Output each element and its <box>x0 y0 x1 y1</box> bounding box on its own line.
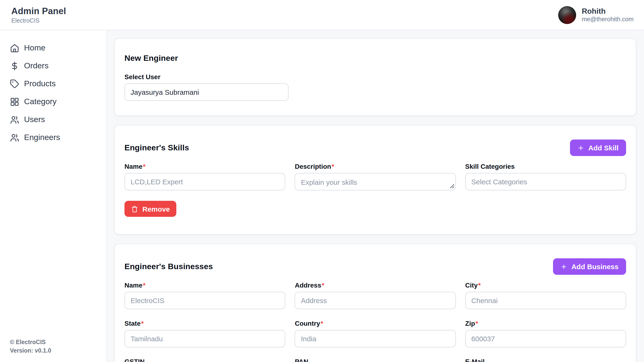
businesses-card: Engineer's Businesses Add Business Name* <box>114 244 636 362</box>
avatar[interactable] <box>558 6 576 24</box>
required-mark: * <box>478 282 481 289</box>
remove-skill-label: Remove <box>142 205 170 213</box>
home-icon <box>10 43 19 53</box>
users-icon <box>10 115 19 124</box>
business-name-field: Name* <box>124 282 286 309</box>
required-mark: * <box>143 162 146 170</box>
user-meta: Rohith me@therohith.com <box>582 6 634 23</box>
app-shell: Home Orders Products <box>0 30 644 362</box>
app-header: Admin Panel ElectroCIS Rohith me@therohi… <box>0 0 644 30</box>
business-gstin-field: GSTIN <box>124 358 286 362</box>
required-mark: * <box>322 282 324 289</box>
business-state-field: State* <box>124 320 286 348</box>
dollar-icon <box>10 61 19 71</box>
skills-card: Engineer's Skills Add Skill Name* <box>114 125 636 235</box>
plus-icon <box>560 263 567 270</box>
card-title-new-engineer: New Engineer <box>124 54 626 63</box>
required-mark: * <box>332 162 334 170</box>
businesses-card-header: Engineer's Businesses Add Business <box>124 258 626 275</box>
sidebar-item-home[interactable]: Home <box>0 39 106 57</box>
user-email: me@therohith.com <box>582 16 634 23</box>
business-country-field: Country* <box>295 320 456 348</box>
sidebar-item-products[interactable]: Products <box>0 75 106 93</box>
plus-icon <box>578 144 584 151</box>
field-label: Address* <box>295 282 456 289</box>
select-user-field: Select User <box>124 73 626 101</box>
business-zip-input[interactable] <box>465 330 626 348</box>
copyright-text: © ElectroCIS <box>10 338 106 347</box>
field-label: Description* <box>295 162 456 170</box>
required-mark: * <box>143 282 146 289</box>
business-country-input[interactable] <box>295 330 456 348</box>
sidebar-item-users[interactable]: Users <box>0 111 106 129</box>
business-pan-field: PAN <box>295 358 456 362</box>
business-zip-field: Zip* <box>465 320 626 348</box>
sidebar-item-category[interactable]: Category <box>0 93 106 111</box>
sidebar-item-label: Orders <box>24 61 48 71</box>
business-address-field: Address* <box>295 282 456 309</box>
card-title-skills: Engineer's Skills <box>124 143 189 152</box>
field-label: Name* <box>124 282 286 289</box>
required-mark: * <box>320 320 323 327</box>
add-business-label: Add Business <box>572 262 618 270</box>
required-mark: * <box>476 320 478 327</box>
sidebar-item-engineers[interactable]: Engineers <box>0 129 106 146</box>
field-label: PAN <box>295 358 456 362</box>
skill-name-field: Name* <box>124 162 286 190</box>
skill-categories-field: Skill Categories <box>465 162 626 190</box>
new-engineer-card: New Engineer Select User <box>114 38 636 116</box>
field-label: State* <box>124 320 286 327</box>
user-menu[interactable]: Rohith me@therohith.com <box>558 6 634 24</box>
sidebar-item-label: Engineers <box>24 133 60 142</box>
field-label: Name* <box>124 162 286 170</box>
business-fields-grid: Name* Address* City* State* <box>124 282 626 362</box>
users-icon <box>10 133 19 142</box>
sidebar-item-label: Home <box>24 43 46 53</box>
app-root: Admin Panel ElectroCIS Rohith me@therohi… <box>0 0 644 362</box>
remove-skill-button[interactable]: Remove <box>124 201 176 217</box>
sidebar-item-label: Products <box>24 79 56 88</box>
version-text: Version: v0.1.0 <box>10 347 106 356</box>
select-user-input[interactable] <box>124 84 288 101</box>
skill-description-field: Description* <box>295 162 456 190</box>
trash-icon <box>131 205 138 212</box>
sidebar-item-label: Users <box>24 115 45 124</box>
field-label: E-Mail <box>465 358 626 362</box>
business-email-field: E-Mail <box>465 358 626 362</box>
business-address-input[interactable] <box>295 292 456 309</box>
select-user-label: Select User <box>124 73 626 80</box>
add-skill-button[interactable]: Add Skill <box>570 140 626 156</box>
business-state-input[interactable] <box>124 330 286 348</box>
field-label: Zip* <box>465 320 626 327</box>
textarea-wrap <box>295 173 456 190</box>
main-content: New Engineer Select User Engineer's Skil… <box>107 30 644 362</box>
field-label: GSTIN <box>124 358 286 362</box>
business-city-input[interactable] <box>465 292 626 309</box>
sidebar-footer: © ElectroCIS Version: v0.1.0 <box>0 338 106 356</box>
sidebar-item-label: Category <box>24 97 56 106</box>
sidebar-nav: Home Orders Products <box>0 39 106 146</box>
skills-fields-grid: Name* Description* <box>124 162 626 190</box>
user-name: Rohith <box>582 6 634 16</box>
sidebar: Home Orders Products <box>0 30 107 362</box>
business-name-input[interactable] <box>124 292 286 309</box>
add-business-button[interactable]: Add Business <box>553 258 626 275</box>
app-subtitle: ElectroCIS <box>11 17 66 24</box>
field-label: City* <box>465 282 626 289</box>
card-title-businesses: Engineer's Businesses <box>124 262 213 271</box>
tag-icon <box>10 79 19 88</box>
add-skill-label: Add Skill <box>588 144 618 152</box>
brand: Admin Panel ElectroCIS <box>11 6 66 24</box>
app-title: Admin Panel <box>11 6 66 16</box>
required-mark: * <box>141 320 144 327</box>
skill-categories-select[interactable] <box>465 173 626 190</box>
grid-icon <box>10 97 19 106</box>
skill-description-textarea[interactable] <box>295 173 456 190</box>
business-city-field: City* <box>465 282 626 309</box>
sidebar-item-orders[interactable]: Orders <box>0 57 106 75</box>
field-label: Country* <box>295 320 456 327</box>
field-label: Skill Categories <box>465 162 626 170</box>
skill-name-input[interactable] <box>124 173 286 190</box>
skills-card-header: Engineer's Skills Add Skill <box>124 140 626 156</box>
